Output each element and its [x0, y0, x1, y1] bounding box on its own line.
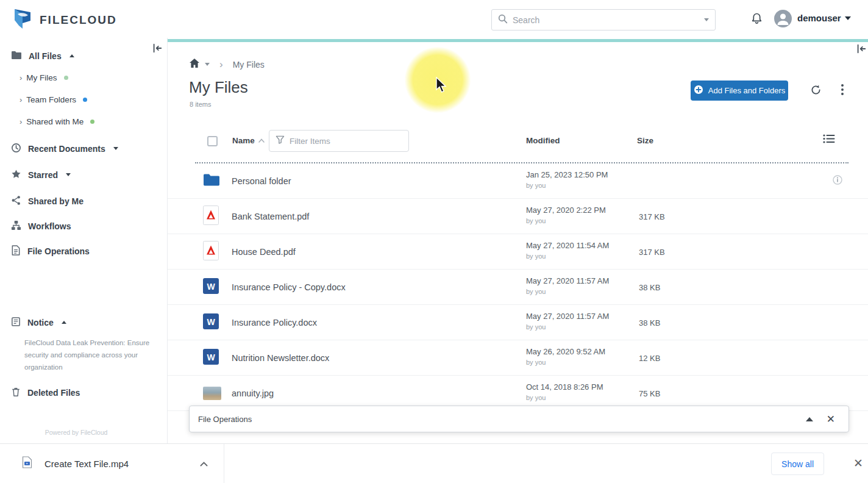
download-chevron-up-icon[interactable]: [200, 458, 208, 469]
file-name-link[interactable]: House Deed.pdf: [232, 247, 296, 257]
column-header-size[interactable]: Size: [637, 136, 653, 145]
download-filename: Create Text File.mp4: [44, 459, 129, 469]
more-options-kebab-icon[interactable]: [834, 82, 850, 98]
search-dropdown-icon[interactable]: [704, 18, 709, 21]
notifications-bell-icon[interactable]: [750, 12, 763, 28]
sidebar-label: Shared with Me: [26, 117, 84, 126]
breadcrumb: › My Files: [189, 58, 265, 71]
folder-icon: [203, 173, 220, 189]
sidebar-item-shared-by-me[interactable]: Shared by Me: [0, 190, 167, 212]
filecloud-app: FILECLOUD demouser All Files: [0, 0, 868, 483]
modified-by: by you: [526, 216, 606, 226]
column-header-name[interactable]: Name: [232, 136, 265, 145]
filter-input[interactable]: [290, 137, 402, 146]
file-size: 317 KB: [639, 212, 665, 221]
file-name-link[interactable]: Nutrition Newsletter.docx: [232, 353, 329, 363]
panel-collapse-icon[interactable]: [856, 43, 868, 57]
show-all-downloads-button[interactable]: Show all: [771, 453, 824, 475]
main-content: › My Files My Files 8 items Add Files an…: [168, 38, 868, 443]
modified-cell: Jan 25, 2023 12:50 PM by you: [526, 170, 608, 191]
user-menu[interactable]: demouser: [797, 13, 851, 23]
search-icon: [498, 14, 508, 26]
modified-date: Jan 25, 2023 12:50 PM: [526, 170, 608, 181]
sidebar-item-deleted-files[interactable]: Deleted Files: [0, 382, 167, 403]
chevron-down-icon: [113, 147, 118, 150]
chevron-right-icon: ›: [20, 117, 22, 126]
file-row[interactable]: W Insurance Policy.docx May 27, 2020 11:…: [168, 305, 868, 340]
file-row[interactable]: W Insurance Policy - Copy.docx May 27, 2…: [168, 270, 868, 305]
downloads-bar: Create Text File.mp4 Show all ✕: [0, 443, 868, 483]
file-size: 317 KB: [639, 247, 665, 256]
word-file-icon: W: [203, 278, 219, 296]
chevron-down-icon: [66, 173, 71, 176]
file-name-link[interactable]: Insurance Policy - Copy.docx: [232, 282, 346, 292]
status-dot: [64, 76, 68, 80]
file-row[interactable]: Personal folder Jan 25, 2023 12:50 PM by…: [168, 163, 868, 199]
add-files-button[interactable]: Add Files and Folders: [691, 80, 788, 101]
sidebar-item-all-files[interactable]: All Files: [0, 45, 167, 66]
clock-icon: [11, 143, 21, 155]
search-box[interactable]: [491, 9, 716, 30]
star-icon: [11, 169, 21, 181]
refresh-icon[interactable]: [808, 82, 824, 98]
sidebar-item-notice[interactable]: Notice: [0, 312, 167, 333]
filter-box[interactable]: [269, 130, 409, 152]
sidebar-label: Shared by Me: [28, 196, 84, 206]
column-header-modified[interactable]: Modified: [526, 136, 560, 145]
chevron-right-icon: ›: [20, 73, 22, 82]
word-file-icon: W: [203, 349, 219, 367]
file-size: 38 KB: [639, 318, 660, 327]
home-icon[interactable]: [189, 58, 200, 71]
svg-text:W: W: [207, 317, 215, 326]
word-file-icon: W: [203, 313, 219, 332]
select-all-checkbox[interactable]: [207, 136, 218, 146]
panel-close-icon[interactable]: ✕: [827, 414, 835, 424]
trash-icon: [11, 387, 21, 399]
media-file-icon: [22, 456, 32, 471]
sidebar-collapse-icon[interactable]: [150, 41, 165, 55]
modified-date: May 27, 2020 2:22 PM: [526, 205, 606, 216]
username-label: demouser: [797, 13, 841, 23]
pdf-file-icon: [203, 241, 219, 263]
file-row[interactable]: Bank Statement.pdf May 27, 2020 2:22 PM …: [168, 199, 868, 234]
modified-cell: May 26, 2020 9:52 AM by you: [526, 346, 605, 368]
file-row[interactable]: W Nutrition Newsletter.docx May 26, 2020…: [168, 340, 868, 376]
workflow-icon: [11, 220, 21, 232]
search-input[interactable]: [513, 15, 699, 25]
status-dot: [90, 120, 94, 124]
modified-date: Oct 14, 2018 8:26 PM: [526, 382, 603, 393]
user-avatar[interactable]: [774, 10, 792, 27]
file-name-link[interactable]: Personal folder: [232, 176, 291, 186]
sidebar-item-file-operations[interactable]: File Operations: [0, 240, 167, 262]
accent-bar: [168, 39, 868, 42]
document-icon: [11, 245, 21, 257]
plus-circle-icon: [694, 85, 703, 96]
sidebar-label: All Files: [29, 51, 62, 61]
downloads-bar-close-icon[interactable]: ✕: [853, 456, 863, 470]
modified-cell: May 27, 2020 2:22 PM by you: [526, 205, 606, 226]
sidebar-item-recent-documents[interactable]: Recent Documents: [0, 138, 167, 159]
breadcrumb-dropdown-icon[interactable]: [205, 63, 210, 66]
sidebar-label: Deleted Files: [27, 388, 80, 398]
modified-cell: May 27, 2020 11:54 AM by you: [526, 240, 609, 262]
breadcrumb-separator: ›: [219, 59, 223, 71]
file-operations-title: File Operations: [198, 415, 252, 424]
download-item[interactable]: Create Text File.mp4: [0, 444, 224, 483]
file-row[interactable]: House Deed.pdf May 27, 2020 11:54 AM by …: [168, 234, 868, 270]
folder-icon: [11, 51, 22, 62]
sidebar-item-my-files[interactable]: › My Files: [0, 66, 167, 88]
file-name-link[interactable]: Insurance Policy.docx: [232, 318, 317, 327]
sidebar-item-team-folders[interactable]: › Team Folders: [0, 88, 167, 110]
info-icon[interactable]: [833, 175, 842, 187]
sidebar-item-starred[interactable]: Starred: [0, 164, 167, 185]
panel-expand-icon[interactable]: [806, 417, 813, 421]
file-name-link[interactable]: Bank Statement.pdf: [232, 212, 309, 221]
sidebar-item-shared-with-me[interactable]: › Shared with Me: [0, 110, 167, 132]
filecloud-logo[interactable]: FILECLOUD: [12, 7, 117, 34]
list-view-icon[interactable]: [822, 133, 836, 147]
filter-funnel-icon: [276, 135, 285, 146]
sidebar-item-workflows[interactable]: Workflows: [0, 215, 167, 237]
breadcrumb-current[interactable]: My Files: [233, 60, 265, 70]
file-name-link[interactable]: annuity.jpg: [232, 388, 274, 398]
file-list: Personal folder Jan 25, 2023 12:50 PM by…: [168, 163, 868, 411]
